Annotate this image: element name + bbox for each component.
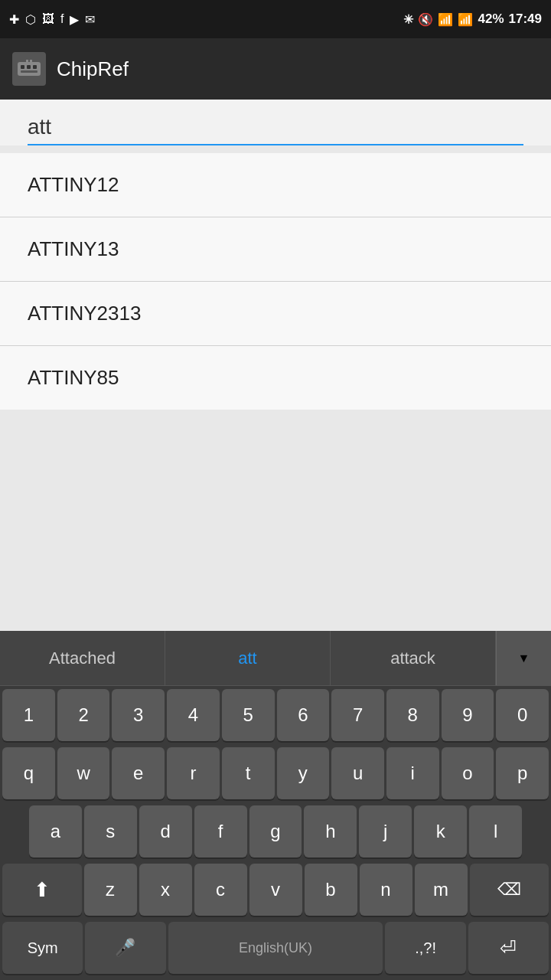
- keyboard: Attached att attack ▼ 1 2 3 4 5 6 7 8 9 …: [0, 631, 551, 980]
- result-item-attiny2313[interactable]: ATTINY2313: [0, 282, 551, 346]
- qwerty-row: q w e r t y u i o p: [0, 744, 551, 802]
- key-i[interactable]: i: [386, 747, 439, 799]
- expand-suggestions-button[interactable]: ▼: [496, 631, 551, 685]
- key-m[interactable]: m: [415, 864, 468, 916]
- period-key[interactable]: .,?!: [385, 922, 465, 974]
- search-area: [0, 100, 551, 145]
- key-v[interactable]: v: [249, 864, 302, 916]
- key-d[interactable]: d: [139, 805, 192, 858]
- result-item-attiny85[interactable]: ATTINY85: [0, 346, 551, 410]
- svg-rect-3: [33, 65, 37, 69]
- clock: 17:49: [509, 11, 542, 27]
- number-row: 1 2 3 4 5 6 7 8 9 0: [0, 686, 551, 744]
- key-3[interactable]: 3: [112, 689, 165, 741]
- mute-icon: 🔇: [418, 12, 433, 27]
- key-5[interactable]: 5: [222, 689, 275, 741]
- wifi-icon: 📶: [438, 12, 453, 27]
- image-icon: 🖼: [42, 12, 54, 26]
- sym-key[interactable]: Sym: [2, 922, 83, 974]
- bottom-row: Sym 🎤 English(UK) .,?! ⏎: [0, 919, 551, 980]
- usb-icon: ⬡: [25, 12, 36, 27]
- suggestion-att[interactable]: att: [165, 631, 331, 685]
- facebook-icon: f: [60, 12, 64, 26]
- app-icon: [12, 52, 46, 86]
- svg-rect-2: [27, 65, 31, 69]
- key-4[interactable]: 4: [167, 689, 220, 741]
- mic-key[interactable]: 🎤: [85, 922, 165, 974]
- key-k[interactable]: k: [414, 805, 467, 858]
- asdf-row: a s d f g h j k l: [0, 802, 551, 861]
- key-8[interactable]: 8: [386, 689, 439, 741]
- email-icon: ✉: [85, 12, 95, 27]
- key-2[interactable]: 2: [57, 689, 110, 741]
- key-x[interactable]: x: [139, 864, 192, 916]
- backspace-key[interactable]: ⌫: [470, 864, 549, 916]
- results-list: ATTINY12 ATTINY13 ATTINY2313 ATTINY85: [0, 153, 551, 410]
- svg-rect-4: [21, 70, 37, 73]
- chevron-down-icon: ▼: [518, 652, 530, 665]
- key-y[interactable]: y: [277, 747, 330, 799]
- key-n[interactable]: n: [360, 864, 412, 916]
- key-g[interactable]: g: [249, 805, 302, 858]
- add-icon: ✚: [9, 12, 19, 27]
- app-bar: ChipRef: [0, 38, 551, 100]
- key-p[interactable]: p: [496, 747, 549, 799]
- zxcv-row: ⬆ z x c v b n m ⌫: [0, 861, 551, 919]
- key-r[interactable]: r: [167, 747, 220, 799]
- key-0[interactable]: 0: [496, 689, 549, 741]
- svg-rect-1: [21, 65, 24, 69]
- key-o[interactable]: o: [442, 747, 494, 799]
- key-z[interactable]: z: [84, 864, 137, 916]
- key-l[interactable]: l: [469, 805, 522, 858]
- battery-level: 42%: [478, 11, 504, 27]
- play-icon: ▶: [70, 12, 79, 27]
- status-bar: ✚ ⬡ 🖼 f ▶ ✉ ✳ 🔇 📶 📶 42% 17:49: [0, 0, 551, 38]
- suggestion-attached[interactable]: Attached: [0, 631, 165, 685]
- status-left-icons: ✚ ⬡ 🖼 f ▶ ✉: [9, 12, 95, 27]
- suggestion-attack[interactable]: attack: [331, 631, 496, 685]
- key-9[interactable]: 9: [442, 689, 494, 741]
- enter-key[interactable]: ⏎: [468, 922, 549, 974]
- key-f[interactable]: f: [194, 805, 247, 858]
- space-key[interactable]: English(UK): [168, 922, 383, 974]
- key-e[interactable]: e: [112, 747, 165, 799]
- bluetooth-icon: ✳: [403, 12, 413, 27]
- key-w[interactable]: w: [57, 747, 110, 799]
- status-right-icons: ✳ 🔇 📶 📶 42% 17:49: [403, 11, 542, 27]
- app-title: ChipRef: [57, 57, 129, 81]
- key-7[interactable]: 7: [331, 689, 384, 741]
- svg-rect-6: [30, 60, 32, 64]
- key-s[interactable]: s: [84, 805, 137, 858]
- key-t[interactable]: t: [222, 747, 275, 799]
- suggestions-bar: Attached att attack ▼: [0, 631, 551, 686]
- key-q[interactable]: q: [2, 747, 55, 799]
- key-6[interactable]: 6: [277, 689, 330, 741]
- space-label: English(UK): [239, 940, 312, 956]
- key-h[interactable]: h: [304, 805, 357, 858]
- key-b[interactable]: b: [305, 864, 357, 916]
- shift-key[interactable]: ⬆: [2, 864, 82, 916]
- result-item-attiny13[interactable]: ATTINY13: [0, 217, 551, 282]
- search-input[interactable]: [28, 115, 523, 145]
- key-u[interactable]: u: [331, 747, 384, 799]
- key-j[interactable]: j: [359, 805, 412, 858]
- svg-rect-5: [26, 60, 28, 64]
- key-1[interactable]: 1: [2, 689, 55, 741]
- result-item-attiny12[interactable]: ATTINY12: [0, 153, 551, 217]
- signal-icon: 📶: [458, 12, 473, 27]
- key-c[interactable]: c: [194, 864, 247, 916]
- key-a[interactable]: a: [29, 805, 82, 858]
